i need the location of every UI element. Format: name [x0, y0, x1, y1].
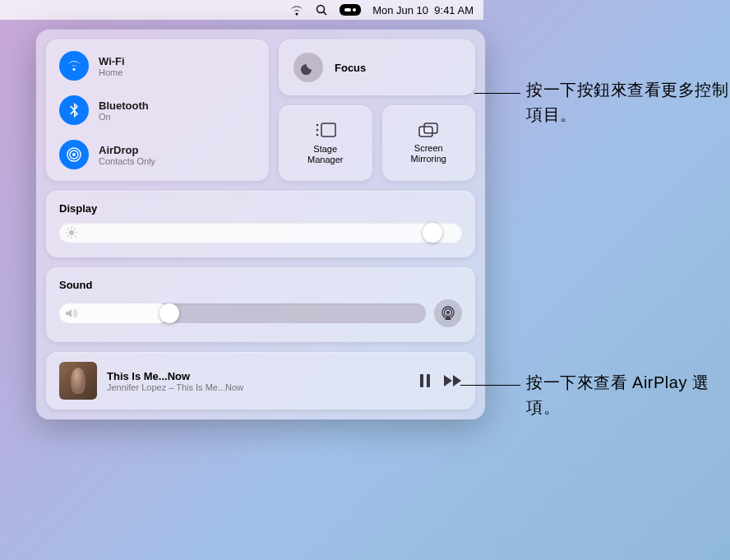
airdrop-toggle[interactable]: AirDrop Contacts Only [59, 140, 256, 169]
focus-label: Focus [335, 62, 366, 74]
display-slider-thumb[interactable] [423, 223, 442, 243]
callout-focus: 按一下按鈕來查看更多控制項目。 [526, 77, 730, 127]
menubar-date[interactable]: Mon Jun 10 9:41 AM [372, 4, 474, 16]
moon-icon [293, 53, 323, 82]
wifi-icon [59, 51, 89, 81]
bluetooth-icon [59, 95, 89, 125]
wifi-toggle[interactable]: Wi-Fi Home [59, 51, 256, 81]
volume-icon [66, 308, 79, 318]
screen-mirroring-label: ScreenMirroring [411, 143, 446, 164]
svg-rect-24 [427, 374, 430, 387]
wifi-icon[interactable] [289, 5, 304, 16]
next-button[interactable] [444, 375, 462, 386]
media-title: This Is Me...Now [107, 370, 409, 382]
menubar: Mon Jun 10 9:41 AM [0, 0, 483, 20]
svg-point-7 [316, 129, 318, 132]
bluetooth-toggle[interactable]: Bluetooth On [59, 95, 256, 125]
now-playing-tile[interactable]: This Is Me...Now Jennifer Lopez – This I… [46, 352, 475, 410]
media-artist: Jennifer Lopez – This Is Me...Now [107, 382, 409, 392]
pause-button[interactable] [419, 374, 431, 387]
stage-manager-tile[interactable]: StageManager [279, 105, 372, 181]
airplay-button[interactable] [434, 299, 462, 327]
callout-line-focus [474, 93, 520, 94]
wifi-status: Home [99, 67, 125, 77]
svg-line-17 [75, 236, 76, 237]
sound-tile: Sound [46, 267, 475, 342]
brightness-icon [66, 227, 77, 238]
svg-point-20 [446, 311, 450, 314]
svg-line-18 [67, 236, 68, 237]
display-tile: Display [46, 191, 475, 257]
airplay-icon [441, 306, 455, 321]
connectivity-tile: Wi-Fi Home Bluetooth On AirDrop [46, 39, 269, 181]
airdrop-title: AirDrop [99, 144, 155, 156]
svg-rect-9 [419, 127, 432, 137]
stage-manager-label: StageManager [307, 144, 343, 165]
bluetooth-title: Bluetooth [99, 100, 149, 112]
svg-rect-23 [420, 374, 423, 387]
sound-slider-thumb[interactable] [159, 303, 179, 323]
svg-point-6 [316, 124, 318, 127]
control-center-panel: Wi-Fi Home Bluetooth On AirDrop [36, 30, 485, 419]
svg-point-8 [316, 134, 318, 137]
display-label: Display [59, 202, 462, 215]
album-art [59, 362, 97, 400]
svg-line-16 [67, 229, 68, 229]
svg-rect-5 [321, 123, 335, 137]
airdrop-icon [59, 140, 89, 169]
callout-airplay: 按一下來查看 AirPlay 選項。 [526, 370, 730, 419]
screen-mirroring-tile[interactable]: ScreenMirroring [382, 105, 476, 181]
focus-tile[interactable]: Focus [279, 39, 475, 95]
airdrop-status: Contacts Only [99, 156, 155, 166]
sound-slider[interactable] [59, 303, 426, 323]
sound-label: Sound [59, 279, 462, 291]
svg-point-11 [69, 230, 74, 235]
wifi-title: Wi-Fi [99, 55, 125, 67]
svg-line-1 [324, 12, 327, 15]
display-slider[interactable] [59, 223, 462, 243]
bluetooth-status: On [99, 112, 149, 122]
search-icon[interactable] [316, 4, 328, 16]
svg-point-0 [317, 5, 325, 12]
control-center-icon[interactable] [340, 4, 361, 16]
stage-manager-icon [314, 121, 337, 139]
svg-point-2 [72, 153, 76, 156]
callout-line-airplay [460, 385, 520, 386]
screen-mirroring-icon [418, 122, 439, 138]
svg-line-19 [75, 229, 76, 229]
